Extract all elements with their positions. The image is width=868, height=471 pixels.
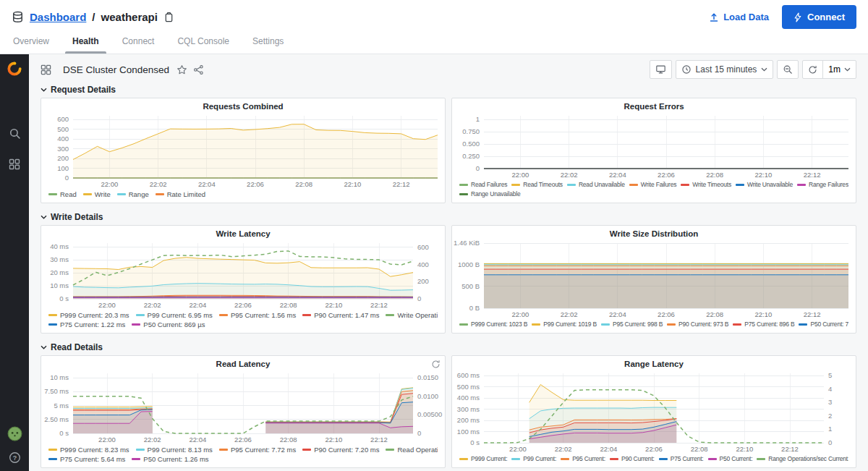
legend-item[interactable]: P999 Current: 1023 B	[459, 320, 527, 329]
legend-item[interactable]: Read Unavailable	[567, 180, 625, 190]
legend-item[interactable]: Rate Limited	[156, 190, 205, 199]
grafana-logo-icon[interactable]	[7, 61, 22, 80]
chart-area[interactable]: 22:0022:0222:0422:0622:0822:1022:120 B50…	[452, 239, 856, 319]
kiosk-mode-button[interactable]	[650, 60, 672, 79]
legend-item[interactable]: P75 Current:	[659, 454, 704, 464]
grafana-embed: ? DSE Cluster Condensed	[0, 54, 868, 471]
legend-item[interactable]: P50 Current: 1.26 ms	[132, 454, 208, 464]
svg-text:0 s: 0 s	[470, 438, 480, 446]
tab-overview[interactable]: Overview	[12, 34, 51, 54]
legend-item[interactable]: P999 Current: 20.3 ms	[48, 310, 129, 320]
tab-cql-console[interactable]: CQL Console	[176, 34, 231, 54]
svg-text:22:04: 22:04	[609, 171, 626, 179]
grafana-sidebar: ?	[0, 54, 29, 471]
svg-text:22:02: 22:02	[150, 180, 167, 188]
user-avatar[interactable]	[7, 426, 22, 441]
share-icon[interactable]	[193, 64, 204, 75]
legend-item[interactable]: Range Unavailable	[459, 190, 520, 199]
connect-button[interactable]: Connect	[782, 5, 856, 29]
svg-text:22:08: 22:08	[706, 171, 723, 179]
zoom-out-button[interactable]	[777, 60, 799, 79]
refresh-interval-select[interactable]: 1m	[822, 61, 856, 78]
chart-legend: P999 Current: 20.3 msP99 Current: 6.95 m…	[41, 310, 445, 333]
legend-item[interactable]: P75 Current: 5.64 ms	[48, 454, 125, 464]
legend-item[interactable]: P50 Current: 768 B	[799, 320, 848, 329]
legend-item[interactable]: P50 Current:	[708, 454, 753, 464]
legend-item[interactable]: P50 Current: 869 µs	[132, 320, 205, 329]
search-icon[interactable]	[9, 127, 21, 140]
panel-write-latency: Write Latency 22:0022:0222:0422:0622:082…	[41, 225, 446, 334]
legend-item[interactable]: P999 Current:	[459, 454, 507, 464]
chart-area[interactable]: 22:0022:0222:0422:0622:0822:1022:120 s10…	[452, 369, 856, 454]
legend-item[interactable]: Write Failures	[629, 180, 676, 190]
legend-item[interactable]: P95 Current: 7.72 ms	[219, 445, 296, 454]
load-data-button[interactable]: Load Data	[709, 12, 769, 22]
bolt-icon	[793, 12, 802, 22]
svg-text:22:08: 22:08	[691, 445, 708, 453]
legend-item[interactable]: Read	[48, 190, 77, 199]
legend-item[interactable]: P95 Current:	[561, 454, 605, 464]
legend-item[interactable]: P75 Current: 1.22 ms	[48, 320, 125, 329]
panel-request-errors: Request Errors 22:0022:0222:0422:0622:08…	[451, 98, 856, 203]
time-range-picker[interactable]: Last 15 minutes	[676, 60, 774, 79]
clock-icon	[681, 64, 692, 75]
copy-name-icon[interactable]	[163, 12, 174, 23]
chart-area[interactable]: 22:0022:0222:0422:0622:0822:1022:1201002…	[41, 111, 445, 189]
app-header: Dashboard / weatherapi Load Data	[0, 0, 868, 34]
chart-area[interactable]: 22:0022:0222:0422:0622:0822:1022:120 s2.…	[41, 369, 445, 444]
panel-title[interactable]: Write Latency	[41, 226, 445, 239]
legend-item[interactable]: P90 Current: 973 B	[667, 320, 728, 329]
refresh-button[interactable]	[803, 61, 822, 78]
svg-text:0: 0	[65, 174, 69, 182]
chart-area[interactable]: 22:0022:0222:0422:0622:0822:1022:120 s10…	[41, 239, 445, 310]
svg-text:22:12: 22:12	[370, 301, 388, 309]
star-icon[interactable]	[176, 64, 187, 75]
panel-title[interactable]: Requests Combined	[41, 98, 445, 111]
svg-text:22:06: 22:06	[247, 180, 264, 188]
dashboards-grid-icon[interactable]	[9, 158, 20, 170]
legend-item[interactable]: P90 Current:	[610, 454, 655, 464]
panel-title[interactable]: Range Latency	[452, 356, 856, 369]
legend-item[interactable]: P95 Current: 1.56 ms	[219, 310, 296, 320]
legend-item[interactable]: Range	[117, 190, 149, 199]
panel-title[interactable]: Request Errors	[452, 98, 856, 111]
legend-item[interactable]: P99 Current: 8.13 ms	[136, 445, 213, 454]
dashboard-title[interactable]: DSE Cluster Condensed	[63, 64, 169, 75]
legend-item[interactable]: P999 Current: 8.23 ms	[48, 445, 129, 454]
legend-item[interactable]: P90 Current: 1.47 ms	[302, 310, 379, 320]
panel-title[interactable]: Write Size Distribution	[452, 226, 856, 239]
breadcrumb-dashboard-link[interactable]: Dashboard	[30, 11, 86, 23]
section-request-details[interactable]: Request Details	[41, 82, 856, 98]
legend-item[interactable]: Write Timeouts	[681, 180, 731, 190]
help-icon[interactable]: ?	[9, 451, 21, 464]
legend-item[interactable]: P95 Current: 998 B	[601, 320, 663, 329]
chart-legend: Read FailuresRead TimeoutsRead Unavailab…	[452, 179, 856, 203]
legend-item[interactable]: Range Failures	[797, 180, 848, 190]
chart-area[interactable]: 22:0022:0222:0422:0622:0822:1022:1200.25…	[452, 111, 856, 179]
svg-text:7.50 ms: 7.50 ms	[44, 387, 69, 395]
legend-item[interactable]: P99 Current: 1019 B	[532, 320, 597, 329]
svg-text:22:04: 22:04	[600, 445, 617, 453]
legend-item[interactable]: Range Operations/sec Current: 0	[757, 454, 848, 464]
legend-item[interactable]: Read Failures	[459, 180, 507, 190]
svg-text:0.250: 0.250	[462, 152, 480, 160]
tab-health[interactable]: Health	[71, 34, 101, 54]
panel-title[interactable]: Read Latency	[41, 356, 445, 369]
svg-text:300: 300	[57, 145, 69, 153]
svg-text:5 ms: 5 ms	[54, 402, 69, 410]
legend-item[interactable]: P99 Current: 6.95 ms	[136, 310, 213, 320]
database-icon	[12, 11, 24, 23]
legend-item[interactable]: P99 Current:	[511, 454, 556, 464]
section-write-details[interactable]: Write Details	[41, 209, 856, 225]
tab-connect[interactable]: Connect	[121, 34, 156, 54]
section-read-details[interactable]: Read Details	[41, 339, 856, 355]
legend-item[interactable]: Read Timeouts	[511, 180, 563, 190]
legend-item[interactable]: Write	[83, 190, 111, 199]
legend-item[interactable]: P75 Current: 896 B	[733, 320, 794, 329]
legend-item[interactable]: Write Operations/sec Current: 440	[386, 310, 438, 320]
legend-item[interactable]: P90 Current: 7.20 ms	[302, 445, 379, 454]
tab-settings[interactable]: Settings	[251, 34, 285, 54]
svg-text:0.750: 0.750	[462, 127, 480, 135]
legend-item[interactable]: Read Operations/sec Current: 0.0100	[386, 445, 438, 454]
legend-item[interactable]: Write Unavailable	[736, 180, 793, 190]
